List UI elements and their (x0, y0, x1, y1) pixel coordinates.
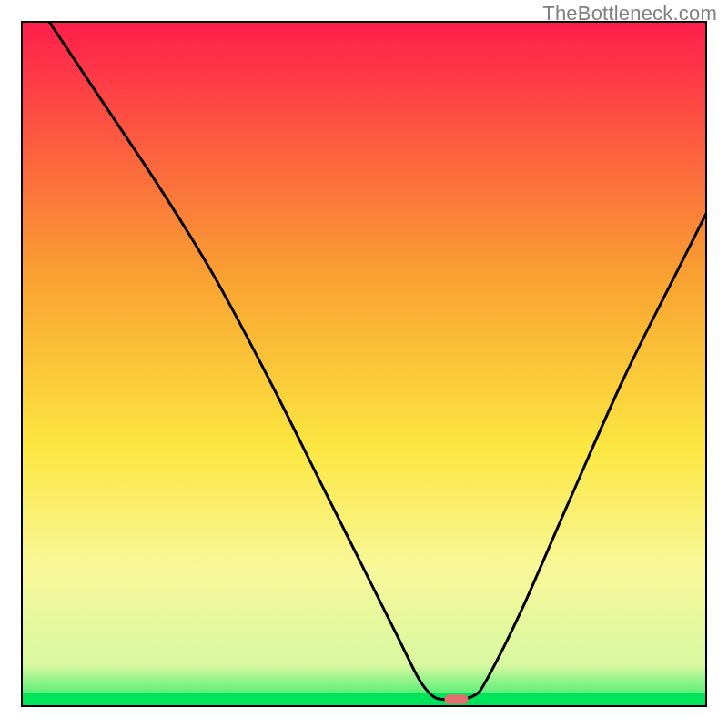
optimum-marker (444, 694, 468, 704)
gradient-background (22, 22, 706, 706)
chart-svg (0, 0, 728, 728)
chart-container: TheBottleneck.com (0, 0, 728, 728)
plot-area (22, 22, 706, 706)
green-band (22, 693, 706, 706)
watermark-text: TheBottleneck.com (542, 2, 717, 25)
